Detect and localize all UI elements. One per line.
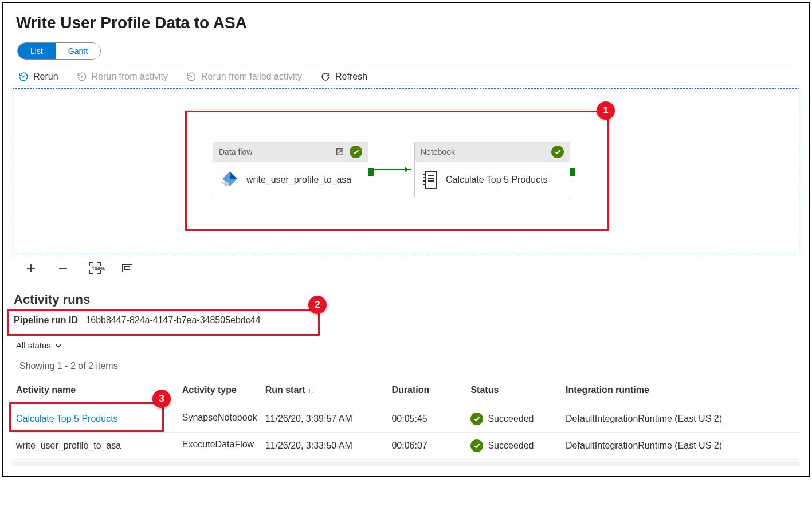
integration-runtime-cell: DefaultIntegrationRuntime (East US 2) <box>562 406 799 433</box>
view-toggle: List Gantt <box>17 42 101 60</box>
node-type-label: Data flow <box>219 147 252 156</box>
activity-runs-table: Activity name Activity type Run start↑↓ … <box>13 378 799 460</box>
node-name: Calculate Top 5 Products <box>446 175 548 185</box>
node-type-label: Notebook <box>421 147 455 156</box>
column-status[interactable]: Status <box>467 378 562 406</box>
status-filter-label: All status <box>16 340 51 350</box>
notebook-icon <box>422 170 439 190</box>
rerun-failed-label: Rerun from failed activity <box>201 72 302 82</box>
rerun-activity-icon <box>77 72 87 82</box>
refresh-icon <box>320 72 331 82</box>
zoom-reset-button[interactable]: 100% <box>89 262 101 274</box>
sort-icon: ↑↓ <box>308 387 315 395</box>
activity-type-cell: SynapseNotebook <box>182 413 257 423</box>
callout-3: 3 <box>152 390 171 408</box>
callout-1: 1 <box>597 101 615 120</box>
page-title: Write User Profile Data to ASA <box>16 14 799 32</box>
success-icon <box>350 146 362 158</box>
annotation-box-2 <box>7 309 320 336</box>
refresh-label: Refresh <box>335 72 367 82</box>
duration-cell: 00:06:07 <box>388 433 467 460</box>
canvas-toolbar: 100% <box>13 254 799 282</box>
rerun-from-activity-button: Rerun from activity <box>77 72 168 82</box>
status-cell: Succeeded <box>470 439 534 452</box>
activity-runs-heading: Activity runs <box>14 292 799 307</box>
table-row: write_user_profile_to_asaExecuteDataFlow… <box>13 433 799 460</box>
rerun-button[interactable]: Rerun <box>18 72 58 82</box>
rerun-icon <box>18 72 29 82</box>
horizontal-scrollbar[interactable] <box>13 461 799 466</box>
column-duration[interactable]: Duration <box>388 378 467 406</box>
output-port[interactable] <box>570 168 575 176</box>
view-toggle-list[interactable]: List <box>18 43 56 59</box>
refresh-button[interactable]: Refresh <box>320 72 367 82</box>
view-toggle-gantt[interactable]: Gantt <box>56 43 100 59</box>
rerun-from-failed-button: Rerun from failed activity <box>186 72 302 82</box>
activity-name-cell: write_user_profile_to_asa <box>16 441 121 450</box>
open-in-new-icon[interactable] <box>335 147 345 157</box>
column-integration-runtime[interactable]: Integration runtime <box>562 378 799 406</box>
callout-2: 2 <box>308 296 327 314</box>
rerun-label: Rerun <box>33 72 58 82</box>
zoom-in-button[interactable] <box>25 262 37 274</box>
status-cell: Succeeded <box>470 413 534 425</box>
svg-rect-0 <box>425 171 437 189</box>
rerun-failed-icon <box>186 72 197 82</box>
column-activity-type[interactable]: Activity type <box>179 378 262 406</box>
column-run-start[interactable]: Run start↑↓ <box>262 378 389 406</box>
pipeline-canvas[interactable]: 1 Data flow write_user_profile_to_a <box>13 88 799 254</box>
chevron-down-icon <box>54 341 62 350</box>
duration-cell: 00:05:45 <box>388 406 467 433</box>
dataflow-icon <box>220 170 240 190</box>
connector-arrow <box>374 169 411 170</box>
success-icon <box>551 146 564 158</box>
activity-node-dataflow[interactable]: Data flow write_user_profile_to_asa <box>213 142 368 198</box>
fit-to-screen-button[interactable] <box>121 262 133 274</box>
success-icon <box>470 439 483 452</box>
run-start-cell: 11/26/20, 3:39:57 AM <box>262 406 389 433</box>
success-icon <box>470 413 483 425</box>
annotation-box-3 <box>9 402 164 432</box>
activity-type-cell: ExecuteDataFlow <box>182 439 254 450</box>
integration-runtime-cell: DefaultIntegrationRuntime (East US 2) <box>562 433 799 460</box>
toolbar: Rerun Rerun from activity Rerun from fai… <box>13 68 799 86</box>
zoom-level: 100% <box>91 265 106 273</box>
activity-node-notebook[interactable]: Notebook Calculate Top 5 Products <box>414 142 570 198</box>
run-start-cell: 11/26/20, 3:33:50 AM <box>262 433 389 460</box>
results-count: Showing 1 - 2 of 2 items <box>13 354 799 378</box>
pipeline-run-id-row: Pipeline run ID 16bb8447-824a-4147-b7ea-… <box>13 312 799 329</box>
node-name: write_user_profile_to_asa <box>246 175 351 185</box>
zoom-out-button[interactable] <box>57 262 69 274</box>
rerun-activity-label: Rerun from activity <box>92 72 168 82</box>
output-port[interactable] <box>368 168 374 176</box>
table-row: 3Calculate Top 5 ProductsSynapseNotebook… <box>13 406 799 433</box>
